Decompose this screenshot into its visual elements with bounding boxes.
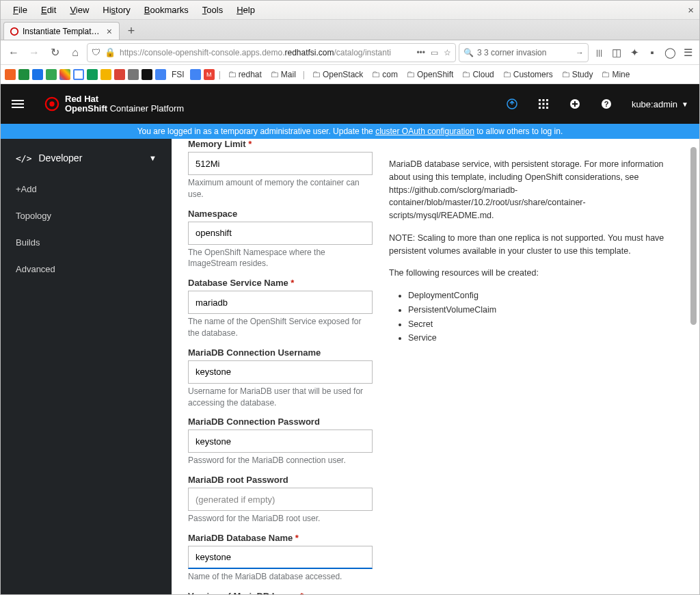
bookmark-icon-10[interactable]	[128, 69, 139, 80]
menu-tools[interactable]: Tools	[196, 5, 230, 15]
bookmark-folder-openstack[interactable]: 🗀OpenStack	[309, 69, 366, 79]
bookmark-folder-mine[interactable]: 🗀Mine	[598, 69, 632, 79]
root-password-label: MariaDB root Password	[188, 475, 373, 485]
menu-bookmarks[interactable]: Bookmarks	[137, 5, 196, 15]
bookmark-folder-com[interactable]: 🗀com	[368, 69, 401, 79]
url-field[interactable]: 🛡 🔒 https://console-openshift-console.ap…	[87, 43, 456, 62]
menu-help[interactable]: Help	[230, 5, 262, 15]
bookmark-gmail[interactable]: M	[204, 69, 215, 80]
memory-limit-label: Memory Limit *	[188, 139, 373, 149]
search-go-icon[interactable]: →	[576, 48, 584, 57]
conn-password-help: Password for the MariaDB connection user…	[188, 455, 373, 466]
nav-toggle-button[interactable]	[12, 98, 31, 110]
root-password-input[interactable]	[188, 488, 373, 511]
db-service-name-input[interactable]	[188, 291, 373, 314]
memory-limit-input[interactable]	[188, 152, 373, 175]
bookmark-icon-7[interactable]	[87, 69, 98, 80]
bookmark-folder-redhat[interactable]: 🗀redhat	[225, 69, 265, 79]
library-icon[interactable]: ⫼	[591, 45, 606, 60]
reader-icon[interactable]: ▭	[431, 48, 438, 57]
reload-button[interactable]: ↻	[46, 44, 64, 62]
ext2-icon[interactable]: ▪	[645, 45, 660, 60]
svg-rect-5	[542, 99, 544, 101]
sidebar-item-topology[interactable]: Topology	[1, 202, 172, 229]
bookmark-icon-5[interactable]	[59, 69, 70, 80]
perspective-label: Developer	[38, 153, 149, 163]
bookmark-icon-8[interactable]	[100, 69, 111, 80]
bookmark-icon-2[interactable]	[18, 69, 29, 80]
brand-vendor: Red Hat	[65, 94, 184, 104]
bookmark-folder-study[interactable]: 🗀Study	[558, 69, 596, 79]
svg-rect-4	[539, 99, 541, 101]
lock-icon: 🔒	[105, 47, 116, 57]
db-name-input[interactable]	[188, 546, 373, 569]
app-launcher-icon[interactable]	[537, 98, 550, 110]
bookmark-bar: FSI M | 🗀redhat 🗀Mail | 🗀OpenStack 🗀com …	[1, 65, 699, 84]
bookmark-icon-1[interactable]	[5, 69, 16, 80]
resources-heading: The following resources will be created:	[389, 267, 683, 280]
search-icon: 🔍	[463, 48, 474, 57]
conn-password-label: MariaDB Connection Password	[188, 416, 373, 427]
plus-icon[interactable]	[569, 98, 581, 110]
import-icon[interactable]	[506, 98, 518, 110]
svg-rect-12	[546, 107, 548, 109]
template-note: NOTE: Scaling to more than one replica i…	[389, 232, 683, 258]
home-button[interactable]: ⌂	[66, 44, 84, 62]
namespace-label: Namespace	[188, 209, 373, 219]
user-menu[interactable]: kube:admin ▼	[632, 99, 688, 109]
sidebar-item-advanced[interactable]: Advanced	[1, 256, 172, 282]
tab-close-icon[interactable]: ×	[105, 26, 113, 37]
bookmark-icon-6[interactable]	[73, 69, 84, 80]
oauth-config-link[interactable]: cluster OAuth configuration	[375, 127, 474, 136]
content-scrollbar[interactable]	[689, 139, 698, 594]
perspective-switcher[interactable]: </> Developer ▼	[1, 147, 172, 169]
bookmark-folder-mail[interactable]: 🗀Mail	[267, 69, 299, 79]
namespace-help: The OpenShift Namespace where the ImageS…	[188, 247, 373, 270]
conn-user-help: Username for MariaDB user that will be u…	[188, 386, 373, 409]
ext1-icon[interactable]: ✦	[627, 45, 642, 60]
account-icon[interactable]: ◯	[662, 45, 677, 60]
menu-view[interactable]: View	[63, 5, 96, 15]
forward-button[interactable]: →	[25, 44, 43, 62]
help-icon[interactable]: ?	[600, 98, 612, 110]
bookmark-icon-4[interactable]	[46, 69, 57, 80]
search-box[interactable]: 🔍 3 3 corner invasion →	[459, 43, 589, 62]
conn-user-label: MariaDB Connection Username	[188, 347, 373, 358]
sidebar-item-builds[interactable]: Builds	[1, 229, 172, 256]
bookmark-folder-openshift[interactable]: 🗀OpenShift	[403, 69, 456, 79]
ellipsis-icon[interactable]: •••	[416, 48, 425, 57]
bookmark-icon-9[interactable]	[114, 69, 125, 80]
conn-user-input[interactable]	[188, 360, 373, 384]
browser-tab[interactable]: Instantiate Template - Re ×	[3, 22, 120, 40]
menu-edit[interactable]: Edit	[34, 5, 63, 15]
conn-password-input[interactable]	[188, 429, 373, 453]
star-icon[interactable]: ☆	[444, 48, 451, 57]
os-menu-bar: File Edit View History Bookmarks Tools H…	[1, 1, 699, 20]
svg-rect-9	[546, 103, 548, 105]
namespace-input[interactable]	[188, 222, 373, 245]
bookmark-icon-11[interactable]	[142, 69, 152, 80]
new-tab-button[interactable]: +	[122, 22, 140, 40]
bookmark-icon-13[interactable]	[190, 69, 201, 80]
bookmark-fsi[interactable]: FSI	[169, 70, 187, 79]
root-password-help: Password for the MariaDB root user.	[188, 513, 373, 525]
sidebar-icon[interactable]: ◫	[609, 45, 624, 60]
sidebar-item-add[interactable]: +Add	[1, 176, 172, 202]
menu-file[interactable]: File	[6, 5, 34, 15]
bookmark-folder-cloud[interactable]: 🗀Cloud	[459, 69, 496, 79]
caret-down-icon: ▼	[149, 154, 157, 162]
bookmark-icon-3[interactable]	[32, 69, 43, 80]
window-close-icon[interactable]: ×	[688, 4, 694, 16]
app-menu-icon[interactable]: ☰	[680, 45, 695, 60]
back-button[interactable]: ←	[5, 44, 23, 62]
resource-item: DeploymentConfig	[408, 289, 683, 302]
menu-history[interactable]: History	[96, 5, 137, 15]
brand[interactable]: Red Hat OpenShift Container Platform	[44, 94, 184, 114]
login-alert: You are logged in as a temporary adminis…	[1, 124, 699, 139]
db-service-name-label: Database Service Name *	[188, 278, 373, 288]
brand-product-light: Container Platform	[107, 103, 184, 114]
bookmark-icon-12[interactable]	[155, 69, 166, 80]
caret-down-icon: ▼	[682, 101, 688, 108]
user-label: kube:admin	[632, 99, 677, 109]
bookmark-folder-customers[interactable]: 🗀Customers	[500, 69, 556, 79]
